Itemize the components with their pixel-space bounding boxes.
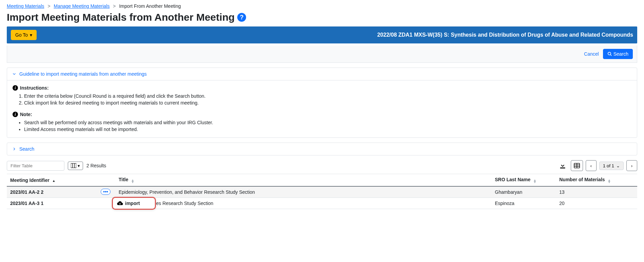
table-row: 2023/01 AA-3 1 and Health Services Resea… [7,198,637,209]
cloud-download-icon [117,201,123,206]
prev-page-button[interactable]: ‹ [586,160,597,171]
instructions-heading: i Instructions: [13,85,631,91]
meeting-identifier: 2023/01 AA-3 1 [7,198,115,209]
chevron-down-icon: ⌄ [616,163,620,168]
guideline-panel-header[interactable]: Guideline to import meeting materials fr… [7,68,637,80]
breadcrumb-current: Import From Another Meeting [119,3,181,9]
search-button-label: Search [613,51,628,57]
meeting-title-cell: and Health Services Research Study Secti… [115,198,491,209]
page-selector[interactable]: 1 of 1 ⌄ [599,162,624,170]
breadcrumb-link-manage[interactable]: Manage Meeting Materials [54,3,109,9]
results-table: Meeting Identifier ▲ Title ▲▼ SRO Last N… [7,174,637,209]
meeting-identifier: 2023/01 AA-2 2 [10,189,43,195]
sort-icon: ▲▼ [607,179,611,183]
search-button[interactable]: Search [603,49,633,59]
note-item: Search will be performed only across mee… [24,119,631,126]
chevron-left-icon: ‹ [590,163,591,168]
meeting-title: 2022/08 ZDA1 MXS-W(35) S: Synthesis and … [377,32,633,38]
table-toolbar: ▾ 2 Results ‹ 1 of 1 ⌄ › [7,160,637,171]
col-header-title[interactable]: Title ▲▼ [115,174,491,187]
instructions-list: Enter the criteria below (Council Round … [24,93,631,106]
table-row: 2023/01 AA-2 2 ••• import Epidemiology, … [7,186,637,198]
row-actions-button[interactable]: ••• [101,189,110,195]
download-button[interactable] [557,160,568,171]
page-title-text: Import Meeting Materials from Another Me… [7,12,235,23]
col-header-sro[interactable]: SRO Last Name ▲▼ [491,174,556,187]
instruction-item: Click import link for desired meeting to… [24,99,631,106]
col-header-identifier[interactable]: Meeting Identifier ▲ [7,174,115,187]
search-panel: Search [7,143,637,155]
instruction-item: Enter the criteria below (Council Round … [24,93,631,99]
chevron-right-icon: › [631,163,632,168]
next-page-button[interactable]: › [626,160,637,171]
guideline-panel-body: i Instructions: Enter the criteria below… [7,80,637,137]
svg-rect-2 [71,163,76,168]
chevron-right-icon [12,147,17,151]
guideline-panel-title: Guideline to import meeting materials fr… [19,71,147,77]
breadcrumb-link-materials[interactable]: Meeting Materials [7,3,44,9]
sort-icon: ▲▼ [131,179,134,183]
svg-point-0 [608,52,610,55]
action-row: Cancel Search [7,45,637,63]
goto-label: Go To [15,32,28,38]
col-header-num[interactable]: Number of Materials ▲▼ [556,174,637,187]
info-icon: i [13,85,18,91]
help-icon[interactable]: ? [237,13,246,22]
sort-icon: ▲▼ [533,179,537,183]
page-title: Import Meeting Materials from Another Me… [7,12,637,23]
sro-cell: Espinoza [491,198,556,209]
caret-down-icon: ▾ [30,32,32,38]
chevron-down-icon [12,72,17,76]
notes-list: Search will be performed only across mee… [24,119,631,133]
results-count: 2 Results [86,163,106,168]
search-icon [607,52,612,56]
svg-rect-5 [560,168,565,169]
goto-button[interactable]: Go To ▾ [11,30,37,40]
note-heading: i Note: [13,112,631,117]
import-popup[interactable]: import [112,197,156,210]
search-panel-header[interactable]: Search [7,143,637,155]
grid-view-button[interactable] [571,160,583,171]
grid-icon [574,163,580,168]
sort-asc-icon: ▲ [52,179,56,183]
columns-button[interactable]: ▾ [68,162,83,170]
caret-down-icon: ▾ [78,163,80,168]
breadcrumb: Meeting Materials > Manage Meeting Mater… [7,3,637,9]
meeting-title-cell: Epidemiology, Prevention, and Behavior R… [115,186,491,198]
download-icon [559,162,566,169]
meeting-banner: Go To ▾ 2022/08 ZDA1 MXS-W(35) S: Synthe… [7,26,637,43]
num-materials-cell: 20 [556,198,637,209]
info-icon: i [13,112,18,117]
filter-input[interactable] [7,161,64,171]
ellipsis-icon: ••• [103,189,108,194]
num-materials-cell: 13 [556,186,637,198]
guideline-panel: Guideline to import meeting materials fr… [7,68,637,138]
columns-icon [71,163,76,168]
svg-line-1 [610,55,611,56]
search-panel-title: Search [19,146,34,152]
sro-cell: Ghambaryan [491,186,556,198]
note-item: Limited Access meeting materials will no… [24,126,631,133]
import-label: import [125,201,140,206]
cancel-link[interactable]: Cancel [584,51,599,57]
page-text: 1 of 1 [603,163,614,168]
breadcrumb-separator: > [47,3,50,9]
breadcrumb-separator: > [113,3,116,9]
